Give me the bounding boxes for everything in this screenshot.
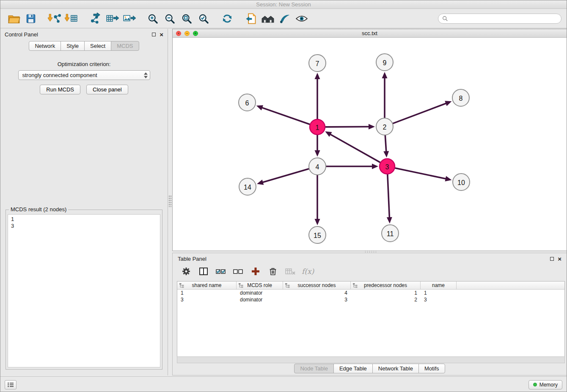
export-image-button[interactable]: [121, 11, 138, 27]
optimization-criterion-label: Optimization criterion:: [0, 61, 168, 67]
tab-mcds[interactable]: MCDS: [111, 41, 139, 51]
run-mcds-button[interactable]: Run MCDS: [40, 85, 80, 94]
select-all-rows-button[interactable]: [215, 265, 227, 277]
import-table-button[interactable]: [63, 11, 80, 27]
refresh-icon: [221, 13, 233, 25]
apply-layout-button[interactable]: [219, 11, 236, 27]
result-line: 3: [11, 223, 157, 229]
vertical-splitter-handle[interactable]: [168, 195, 172, 207]
graph-edge-1-6[interactable]: [261, 108, 310, 124]
table-row[interactable]: 1 dominator 4 1 1: [177, 290, 564, 296]
control-panel: Control Panel × Network Style Select MCD…: [0, 29, 168, 375]
zoom-fit-button[interactable]: [178, 11, 195, 27]
tab-motifs[interactable]: Motifs: [418, 364, 445, 373]
export-network-button[interactable]: [87, 11, 104, 27]
graph-edge-1-2[interactable]: [325, 127, 369, 127]
column-header-predecessor-nodes[interactable]: predecessor nodes: [351, 282, 421, 289]
table-header-row: shared name MCDS role successor nodes pr…: [177, 282, 564, 290]
table-settings-button[interactable]: [180, 265, 192, 277]
memory-button[interactable]: Memory: [528, 380, 562, 389]
table-row[interactable]: 3 dominator 3 2 3: [177, 296, 564, 303]
window-controls: × − +: [176, 31, 198, 36]
float-panel-icon[interactable]: [152, 33, 156, 36]
node-table: shared name MCDS role successor nodes pr…: [177, 281, 565, 359]
tab-edge-table[interactable]: Edge Table: [333, 364, 373, 373]
mcds-result-text[interactable]: 1 3: [8, 214, 160, 367]
delete-columns-button[interactable]: [284, 265, 296, 277]
graph-edge-2-3[interactable]: [385, 135, 386, 152]
export-table-button[interactable]: [104, 11, 121, 27]
close-table-panel-icon[interactable]: ×: [558, 257, 561, 261]
maximize-window-icon[interactable]: +: [193, 31, 198, 36]
minimize-window-icon[interactable]: −: [184, 31, 190, 36]
close-panel-icon[interactable]: ×: [160, 33, 163, 36]
add-row-button[interactable]: [250, 265, 261, 277]
mcds-result-title: MCDS result (2 nodes): [9, 206, 68, 213]
save-floppy-icon: [25, 13, 36, 24]
close-window-icon[interactable]: ×: [176, 31, 181, 36]
clipboard-import-button[interactable]: [242, 11, 259, 27]
import-network-button[interactable]: [46, 11, 63, 27]
column-header-name[interactable]: name: [421, 282, 457, 289]
edge-arrowhead-icon: [382, 72, 388, 78]
cell-shared-name: 3: [177, 297, 237, 303]
network-canvas-svg[interactable]: 7968124314101511: [173, 38, 567, 251]
list-icon: [7, 382, 14, 388]
column-edit-icon: [352, 283, 358, 289]
trash-icon: [268, 266, 278, 276]
edge-arrowhead-icon: [315, 150, 320, 157]
criterion-dropdown-value: strongly connected component: [22, 72, 143, 78]
cell-successor-nodes: 4: [283, 290, 351, 296]
network-window-titlebar: × − + scc.txt: [173, 29, 567, 38]
cell-predecessor-nodes: 2: [351, 297, 421, 303]
zoom-out-button[interactable]: [161, 11, 178, 27]
search-box[interactable]: [438, 14, 561, 24]
tab-network-table[interactable]: Network Table: [372, 364, 419, 373]
tab-network[interactable]: Network: [29, 41, 61, 51]
delete-columns-icon: [285, 267, 296, 276]
function-builder-button[interactable]: f(x): [302, 265, 314, 277]
zoom-selected-button[interactable]: [195, 11, 212, 27]
export-image-icon: [122, 13, 136, 25]
save-session-button[interactable]: [22, 11, 39, 27]
table-panel: Table Panel ×: [172, 253, 567, 375]
column-header-shared-name[interactable]: shared name: [177, 282, 237, 289]
column-header-successor-nodes[interactable]: successor nodes: [283, 282, 351, 289]
close-panel-button[interactable]: Close panel: [86, 85, 128, 94]
zoom-in-button[interactable]: [144, 11, 161, 27]
eye-icon: [295, 14, 308, 23]
edge-arrowhead-icon: [445, 176, 451, 182]
tab-node-table[interactable]: Node Table: [294, 364, 334, 373]
open-session-button[interactable]: [6, 11, 22, 27]
graph-edge-3-11[interactable]: [388, 174, 390, 218]
criterion-dropdown[interactable]: strongly connected component: [18, 70, 150, 80]
graph-edge-3-10[interactable]: [395, 168, 446, 179]
table-scroll-strip[interactable]: [177, 356, 565, 363]
edge-arrowhead-icon: [315, 219, 320, 225]
show-hide-button[interactable]: [293, 11, 310, 27]
houses-icon: [261, 13, 275, 24]
zoom-out-icon: [164, 13, 176, 25]
tab-select[interactable]: Select: [84, 41, 111, 51]
apply-style-button[interactable]: [276, 11, 293, 27]
search-input[interactable]: [451, 15, 557, 22]
float-table-panel-icon[interactable]: [550, 257, 554, 261]
fx-icon: f(x): [302, 267, 314, 276]
unselect-all-rows-button[interactable]: [232, 265, 244, 277]
status-list-button[interactable]: [5, 380, 17, 389]
show-columns-button[interactable]: [198, 265, 209, 277]
column-header-mcds-role[interactable]: MCDS role: [237, 282, 283, 289]
app-window: Session: New Session: [0, 0, 567, 392]
graph-edge-4-14[interactable]: [262, 169, 309, 182]
main-toolbar: [0, 9, 567, 28]
network-canvas[interactable]: 7968124314101511: [173, 38, 567, 251]
tab-style[interactable]: Style: [61, 41, 85, 51]
cell-mcds-role: dominator: [237, 297, 283, 303]
graph-edge-3-1[interactable]: [330, 134, 381, 163]
first-neighbors-button[interactable]: [259, 11, 276, 27]
graph-edge-2-8[interactable]: [393, 103, 447, 124]
network-view-window: × − + scc.txt 7968124314101511: [172, 29, 567, 251]
column-edit-icon: [285, 283, 290, 289]
delete-rows-button[interactable]: [267, 265, 279, 277]
control-panel-tabs: Network Style Select MCDS: [0, 41, 168, 51]
